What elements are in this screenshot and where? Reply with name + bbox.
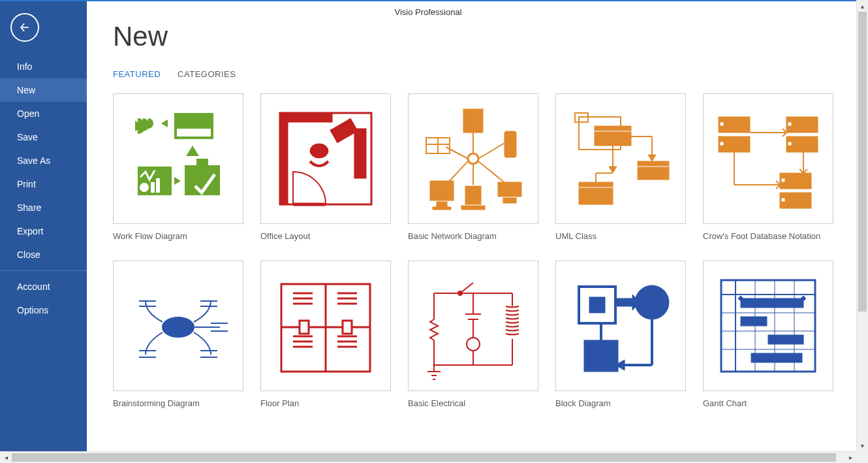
crowsfoot-icon xyxy=(703,93,833,224)
svg-rect-145 xyxy=(751,353,802,362)
template-label: Gantt Chart xyxy=(703,391,833,408)
svg-marker-9 xyxy=(174,177,181,185)
svg-rect-60 xyxy=(788,142,792,146)
svg-rect-27 xyxy=(504,131,516,157)
svg-point-121 xyxy=(467,338,480,351)
svg-rect-8 xyxy=(156,178,160,193)
sidebar-item-close[interactable]: Close xyxy=(0,243,87,266)
svg-point-75 xyxy=(163,317,194,337)
template-label: Work Flow Diagram xyxy=(113,224,243,241)
block-icon xyxy=(555,261,686,391)
sidebar-item-save-as[interactable]: Save As xyxy=(0,149,87,172)
svg-line-24 xyxy=(447,161,468,184)
sidebar-item-open[interactable]: Open xyxy=(0,102,87,125)
svg-rect-67 xyxy=(781,198,785,202)
svg-rect-56 xyxy=(720,142,724,146)
scrollbar-corner xyxy=(856,451,868,463)
electrical-icon xyxy=(408,261,538,391)
scroll-left-arrow-icon[interactable]: ◂ xyxy=(0,452,12,463)
workflow-icon xyxy=(113,93,243,224)
sidebar-item-save[interactable]: Save xyxy=(0,125,87,149)
template-label: Basic Network Diagram xyxy=(408,224,538,241)
network-icon xyxy=(408,93,538,224)
template-card-workflow[interactable]: Work Flow Diagram xyxy=(113,93,243,241)
svg-rect-124 xyxy=(589,297,605,313)
svg-rect-142 xyxy=(741,298,803,308)
back-button[interactable] xyxy=(10,13,39,42)
svg-point-19 xyxy=(468,153,478,164)
svg-rect-103 xyxy=(343,321,352,334)
svg-rect-11 xyxy=(196,159,208,167)
svg-rect-15 xyxy=(330,118,358,142)
template-card-floorplan[interactable]: Floor Plan xyxy=(260,261,391,408)
main-panel: New FEATUREDCATEGORIES Work Flow Diagram xyxy=(87,1,856,451)
svg-rect-31 xyxy=(461,206,485,210)
template-label: Brainstorming Diagram xyxy=(113,391,243,408)
sidebar-divider xyxy=(0,270,87,271)
template-grid: Work Flow Diagram Office Layout xyxy=(113,93,856,408)
brainstorm-icon xyxy=(113,261,243,391)
svg-rect-143 xyxy=(741,317,767,326)
template-label: Crow's Foot Database Notation xyxy=(703,224,833,241)
svg-marker-43 xyxy=(609,167,617,173)
svg-rect-126 xyxy=(617,298,632,306)
svg-rect-29 xyxy=(503,198,516,203)
template-card-brainstorm[interactable]: Brainstorming Diagram xyxy=(113,261,243,408)
svg-rect-32 xyxy=(430,181,454,200)
svg-line-22 xyxy=(478,161,506,184)
sidebar: InfoNewOpenSaveSave AsPrintShareExportCl… xyxy=(0,1,87,451)
sidebar-item-print[interactable]: Print xyxy=(0,172,87,196)
template-card-uml[interactable]: UML Class xyxy=(555,93,686,241)
vertical-scrollbar[interactable]: ▴ ▾ xyxy=(856,0,868,451)
template-label: Basic Electrical xyxy=(408,391,538,408)
sidebar-item-new[interactable]: New xyxy=(0,78,87,102)
sidebar-item-export[interactable]: Export xyxy=(0,219,87,243)
svg-rect-144 xyxy=(768,335,803,344)
template-card-block[interactable]: Block Diagram xyxy=(555,261,686,408)
svg-rect-30 xyxy=(465,186,481,204)
sidebar-item-info[interactable]: Info xyxy=(0,55,87,78)
tab-categories[interactable]: CATEGORIES xyxy=(178,69,236,79)
template-label: Block Diagram xyxy=(555,391,686,408)
svg-rect-14 xyxy=(280,113,332,122)
svg-marker-46 xyxy=(648,155,656,161)
svg-rect-49 xyxy=(579,182,613,204)
svg-rect-34 xyxy=(433,207,451,210)
template-card-crowsfoot[interactable]: Crow's Foot Database Notation xyxy=(703,93,833,241)
svg-rect-54 xyxy=(720,122,724,126)
sidebar-item-share[interactable]: Share xyxy=(0,196,87,219)
svg-rect-26 xyxy=(463,109,483,133)
floorplan-icon xyxy=(260,261,391,391)
back-arrow-icon xyxy=(18,21,31,34)
svg-rect-47 xyxy=(638,161,669,180)
template-label: Office Layout xyxy=(260,224,391,241)
scroll-down-arrow-icon[interactable]: ▾ xyxy=(857,439,868,451)
template-card-gantt[interactable]: Gantt Chart xyxy=(703,261,833,408)
template-card-electrical[interactable]: Basic Electrical xyxy=(408,261,538,408)
svg-line-21 xyxy=(478,143,504,159)
scroll-up-arrow-icon[interactable]: ▴ xyxy=(857,0,868,12)
tab-featured[interactable]: FEATURED xyxy=(113,69,161,79)
scroll-right-arrow-icon[interactable]: ▸ xyxy=(845,452,856,463)
template-card-office[interactable]: Office Layout xyxy=(260,93,391,241)
horizontal-scrollbar[interactable]: ◂ ▸ xyxy=(0,451,856,463)
template-card-network[interactable]: Basic Network Diagram xyxy=(408,93,538,241)
svg-rect-58 xyxy=(788,122,792,126)
sidebar-item-account[interactable]: Account xyxy=(0,275,87,298)
svg-point-6 xyxy=(140,183,149,192)
svg-rect-102 xyxy=(300,321,309,334)
svg-rect-7 xyxy=(151,182,155,193)
template-tabs: FEATUREDCATEGORIES xyxy=(113,69,856,79)
svg-rect-65 xyxy=(781,178,785,182)
sidebar-item-options[interactable]: Options xyxy=(0,298,87,322)
svg-rect-3 xyxy=(177,129,211,136)
page-title: New xyxy=(113,21,856,52)
uml-icon xyxy=(555,93,686,224)
svg-rect-13 xyxy=(280,113,288,204)
svg-marker-4 xyxy=(186,146,199,156)
office-icon xyxy=(260,93,391,224)
svg-rect-16 xyxy=(354,129,366,178)
svg-rect-128 xyxy=(584,340,618,372)
svg-marker-1 xyxy=(161,120,168,127)
gantt-icon xyxy=(703,261,833,391)
